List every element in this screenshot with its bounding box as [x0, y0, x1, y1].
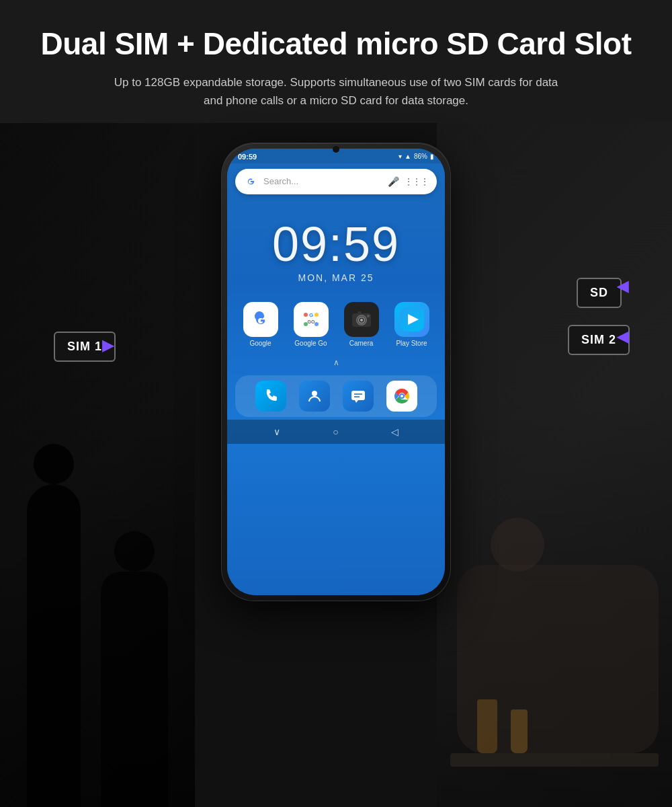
- svg-text:GO: GO: [307, 319, 314, 324]
- subtitle: Up to 128GB expandable storage. Supports…: [108, 73, 564, 110]
- google-logo: [243, 174, 258, 189]
- dock: [235, 375, 437, 417]
- svg-point-6: [314, 313, 319, 317]
- google-icon[interactable]: [243, 302, 278, 337]
- home-button[interactable]: ○: [333, 426, 338, 437]
- front-camera: [333, 146, 339, 153]
- battery-indicator: 86%: [414, 153, 427, 160]
- dock-chrome[interactable]: [386, 381, 417, 412]
- search-placeholder-text: Search...: [263, 176, 382, 186]
- svg-rect-14: [358, 311, 362, 314]
- screen-clock: 09:59 MON, MAR 25: [227, 200, 445, 289]
- google-go-icon[interactable]: G GO: [294, 302, 329, 337]
- dock-phone[interactable]: [255, 381, 286, 412]
- camera-label: Camera: [349, 340, 374, 347]
- status-time: 09:59: [238, 153, 257, 161]
- clock-time: 09:59: [227, 220, 445, 268]
- app-drawer-handle[interactable]: ∧: [227, 352, 445, 373]
- search-bar[interactable]: Search... 🎤 ⋮⋮⋮: [235, 169, 437, 194]
- sd-label: SD: [577, 278, 622, 308]
- svg-point-8: [314, 322, 319, 326]
- svg-point-13: [360, 319, 363, 321]
- sd-arrow: ◀: [617, 278, 628, 295]
- svg-point-19: [312, 391, 317, 396]
- status-icons: ▾ ▲ 86% ▮: [398, 153, 434, 160]
- microphone-icon[interactable]: 🎤: [388, 176, 399, 187]
- recent-apps-button[interactable]: ◁: [391, 426, 398, 437]
- svg-point-24: [401, 395, 403, 397]
- navigation-bar: ∨ ○ ◁: [227, 420, 445, 444]
- app-grid: Google G GO: [227, 289, 445, 352]
- camera-icon[interactable]: [344, 302, 379, 337]
- clock-date: MON, MAR 25: [227, 272, 445, 283]
- sim1-arrow: ▶: [102, 337, 114, 354]
- phone-device: 09:59 ▾ ▲ 86% ▮: [222, 143, 450, 601]
- svg-rect-20: [351, 391, 365, 400]
- app-google[interactable]: Google: [238, 302, 283, 347]
- background-left: [0, 123, 195, 807]
- phone-section: SIM 1 ▶ SD ◀ SIM 2 ◀ 09:59: [0, 123, 672, 807]
- header-section: Dual SIM + Dedicated micro SD Card Slot …: [0, 0, 672, 123]
- app-camera[interactable]: Camera: [339, 302, 384, 347]
- back-button[interactable]: ∨: [274, 426, 280, 437]
- background-right: [437, 123, 672, 807]
- google-label: Google: [249, 340, 271, 347]
- svg-point-15: [367, 315, 370, 317]
- play-store-icon[interactable]: [394, 302, 429, 337]
- google-go-label: Google Go: [294, 340, 327, 347]
- app-play-store[interactable]: Play Store: [389, 302, 434, 347]
- sim2-arrow: ◀: [617, 328, 628, 346]
- play-store-label: Play Store: [396, 340, 427, 347]
- phone-outer: 09:59 ▾ ▲ 86% ▮: [222, 143, 450, 601]
- main-title: Dual SIM + Dedicated micro SD Card Slot: [40, 27, 632, 61]
- svg-point-7: [304, 322, 308, 326]
- app-google-go[interactable]: G GO Google Go: [288, 302, 333, 347]
- svg-text:G: G: [308, 312, 312, 318]
- dock-messages[interactable]: [343, 381, 374, 412]
- battery-icon: ▮: [430, 153, 434, 160]
- dock-contacts[interactable]: [299, 381, 330, 412]
- phone-screen[interactable]: 09:59 ▾ ▲ 86% ▮: [227, 149, 445, 595]
- svg-point-5: [304, 313, 308, 317]
- apps-grid-icon[interactable]: ⋮⋮⋮: [405, 177, 429, 186]
- signal-icon: ▲: [405, 153, 411, 160]
- wifi-icon: ▾: [398, 153, 402, 160]
